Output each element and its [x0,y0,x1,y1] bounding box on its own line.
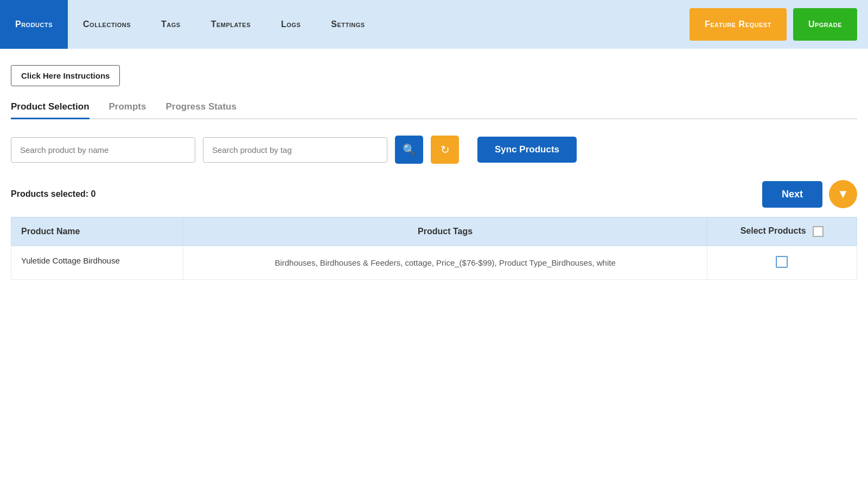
main-content: Click Here Instructions Product Selectio… [0,49,868,291]
product-tags-cell: Birdhouses, Birdhouses & Feeders, cottag… [183,246,707,280]
col-product-name: Product Name [11,217,183,246]
product-name-cell: Yuletide Cottage Birdhouse [11,246,183,280]
select-product-cell [707,246,857,280]
tab-product-selection[interactable]: Product Selection [11,101,90,119]
upgrade-button[interactable]: Upgrade [793,8,857,41]
feature-request-button[interactable]: Feature Request [690,8,787,41]
tab-progress-status[interactable]: Progress Status [166,101,237,119]
nav-bar: Products Collections Tags Templates Logs… [0,0,868,49]
col-select-products: Select Products [707,217,857,246]
search-button[interactable]: 🔍 [395,136,423,164]
product-table: Product Name Product Tags Select Product… [11,217,857,280]
products-selected-row: Products selected: 0 Next ▼ [11,180,857,208]
nav-item-logs[interactable]: Logs [266,0,316,49]
nav-item-products[interactable]: Products [0,0,68,49]
col-product-tags: Product Tags [183,217,707,246]
search-row: 🔍 ↻ Sync Products [11,136,857,164]
instructions-button[interactable]: Click Here Instructions [11,65,120,86]
refresh-icon: ↻ [441,143,450,156]
search-tag-input[interactable] [203,137,387,163]
sync-products-button[interactable]: Sync Products [477,137,577,163]
table-row: Yuletide Cottage Birdhouse Birdhouses, B… [11,246,857,280]
products-selected-label: Products selected: 0 [11,189,96,199]
scroll-down-button[interactable]: ▼ [829,180,857,208]
nav-item-collections[interactable]: Collections [68,0,146,49]
chevron-down-icon: ▼ [837,187,849,201]
actions-right: Next ▼ [762,180,857,208]
tabs: Product Selection Prompts Progress Statu… [11,101,857,119]
product-select-checkbox[interactable] [776,256,788,268]
nav-item-tags[interactable]: Tags [146,0,196,49]
nav-item-templates[interactable]: Templates [196,0,266,49]
refresh-button[interactable]: ↻ [431,136,459,164]
nav-item-settings[interactable]: Settings [316,0,380,49]
search-name-input[interactable] [11,137,195,163]
search-icon: 🔍 [403,143,416,156]
next-button[interactable]: Next [762,181,822,208]
select-all-checkbox[interactable] [813,226,824,237]
table-header-row: Product Name Product Tags Select Product… [11,217,857,246]
tab-prompts[interactable]: Prompts [109,101,146,119]
